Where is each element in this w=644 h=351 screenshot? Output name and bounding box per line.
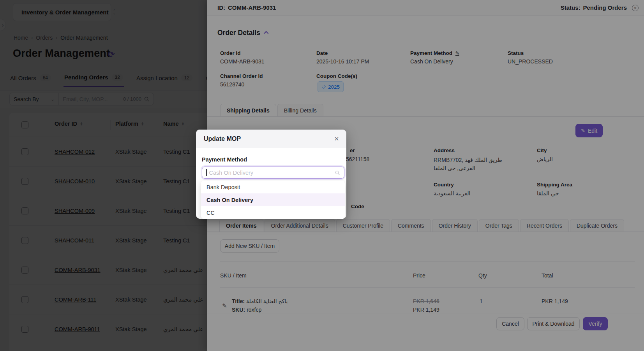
select-placeholder: Cash On Delivery [209,170,333,176]
payment-method-select-input[interactable]: Cash On Delivery [202,167,344,179]
payment-method-field-label: Payment Method [202,156,247,163]
option-bank-deposit[interactable]: Bank Deposit [201,181,345,193]
payment-method-dropdown: Bank Deposit Cash On Delivery CC [201,181,345,219]
option-cash-on-delivery[interactable]: Cash On Delivery [201,193,345,206]
modal-header: Update MOP [196,130,346,148]
app-root: Inventory & Order Management ⌃⌄ › Home ›… [0,0,644,351]
search-icon [335,170,340,176]
option-cc[interactable]: CC [201,206,345,219]
modal-close-icon[interactable]: ✕ [332,135,341,143]
text-cursor [206,169,207,176]
modal-title: Update MOP [204,135,241,142]
